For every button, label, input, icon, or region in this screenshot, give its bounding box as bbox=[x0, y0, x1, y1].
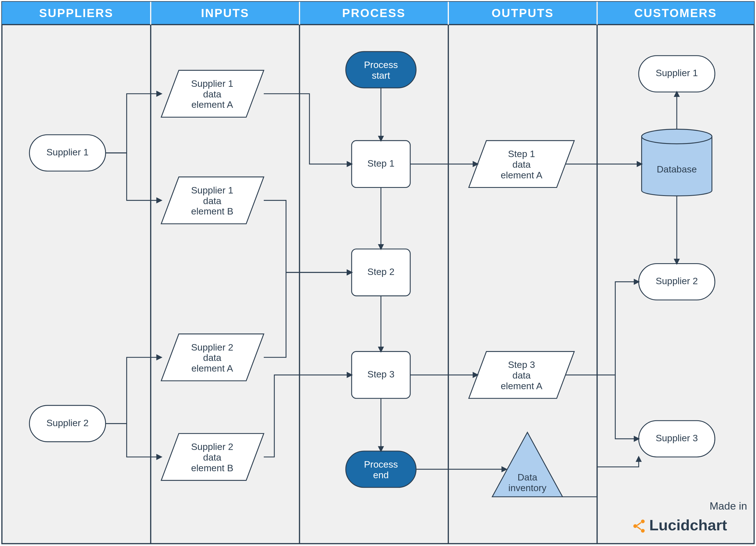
svg-text:Data: Data bbox=[517, 472, 537, 482]
input-s1-a-node: Supplier 1 data element A bbox=[161, 70, 264, 117]
input-s2-b-node: Supplier 2 data element B bbox=[161, 433, 264, 480]
svg-text:Supplier 2: Supplier 2 bbox=[191, 442, 234, 452]
svg-text:Step 2: Step 2 bbox=[367, 267, 395, 277]
svg-text:element A: element A bbox=[191, 99, 233, 110]
svg-text:data: data bbox=[203, 196, 221, 206]
svg-text:data: data bbox=[512, 159, 531, 170]
process-end-node: Process end bbox=[346, 451, 416, 487]
process-start-node: Process start bbox=[346, 52, 416, 88]
svg-text:element A: element A bbox=[501, 381, 543, 391]
svg-text:Step 1: Step 1 bbox=[508, 149, 535, 159]
customer-3-node: Supplier 3 bbox=[639, 421, 715, 457]
svg-text:end: end bbox=[373, 470, 389, 480]
col-process-header: PROCESS bbox=[342, 6, 406, 20]
input-s1-b-node: Supplier 1 data element B bbox=[161, 177, 264, 224]
customer-1-node: Supplier 1 bbox=[639, 56, 715, 92]
svg-point-62 bbox=[641, 529, 645, 533]
svg-text:element B: element B bbox=[191, 206, 234, 216]
sipoc-diagram: SUPPLIERS INPUTS PROCESS OUTPUTS CUSTOME… bbox=[0, 0, 756, 546]
svg-text:Supplier 2: Supplier 2 bbox=[191, 342, 234, 353]
process-step3-node: Step 3 bbox=[352, 351, 410, 398]
svg-text:Step 3: Step 3 bbox=[508, 360, 535, 370]
process-step1-node: Step 1 bbox=[352, 141, 410, 187]
svg-text:Supplier 2: Supplier 2 bbox=[656, 276, 698, 286]
svg-text:data: data bbox=[203, 89, 221, 99]
svg-text:Process: Process bbox=[364, 459, 398, 470]
svg-text:data: data bbox=[203, 452, 221, 463]
svg-text:Supplier 3: Supplier 3 bbox=[656, 433, 698, 443]
svg-point-61 bbox=[641, 519, 645, 523]
input-s2-a-node: Supplier 2 data element A bbox=[161, 334, 264, 381]
svg-text:element B: element B bbox=[191, 463, 234, 473]
svg-text:Step 1: Step 1 bbox=[367, 158, 395, 169]
svg-text:data: data bbox=[203, 353, 221, 363]
svg-text:Process: Process bbox=[364, 60, 398, 70]
output-step1-node: Step 1 data element A bbox=[469, 141, 574, 187]
svg-text:Supplier 1: Supplier 1 bbox=[191, 185, 234, 195]
process-step2-node: Step 2 bbox=[352, 249, 410, 296]
supplier-1-label: Supplier 1 bbox=[46, 147, 89, 157]
supplier-2-label: Supplier 2 bbox=[46, 418, 89, 428]
svg-point-60 bbox=[633, 524, 637, 528]
supplier-2-node: Supplier 2 bbox=[29, 405, 106, 442]
branding-brand-name: Lucidchart bbox=[649, 517, 727, 534]
svg-text:Database: Database bbox=[657, 164, 697, 174]
svg-text:element A: element A bbox=[191, 363, 233, 374]
svg-text:Step 3: Step 3 bbox=[367, 369, 395, 379]
svg-text:inventory: inventory bbox=[508, 483, 547, 493]
svg-text:element A: element A bbox=[501, 170, 543, 180]
svg-text:data: data bbox=[512, 370, 531, 381]
col-inputs-header: INPUTS bbox=[201, 6, 249, 20]
supplier-1-node: Supplier 1 bbox=[29, 135, 106, 171]
svg-text:Supplier 1: Supplier 1 bbox=[191, 78, 234, 89]
col-customers-header: CUSTOMERS bbox=[634, 6, 717, 20]
col-suppliers-header: SUPPLIERS bbox=[39, 6, 113, 20]
svg-text:Supplier 1: Supplier 1 bbox=[656, 68, 698, 78]
customer-database-node: Database bbox=[642, 129, 712, 196]
output-step3-node: Step 3 data element A bbox=[469, 351, 574, 398]
customer-2-node: Supplier 2 bbox=[639, 264, 715, 300]
branding-made-in: Made in bbox=[710, 500, 747, 512]
col-outputs-header: OUTPUTS bbox=[492, 6, 554, 20]
svg-point-54 bbox=[642, 129, 712, 144]
svg-text:start: start bbox=[372, 70, 390, 81]
